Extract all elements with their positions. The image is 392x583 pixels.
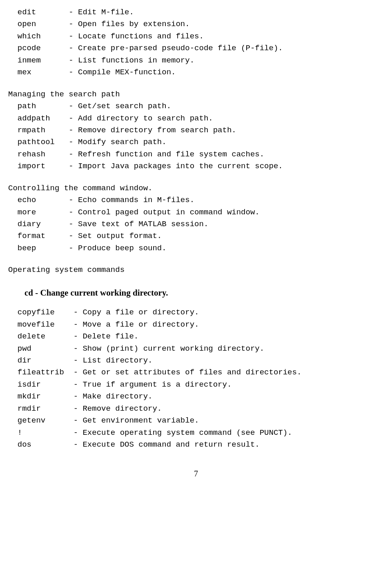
command-row: edit - Edit M-file. bbox=[8, 7, 384, 18]
command-row: addpath - Add directory to search path. bbox=[8, 113, 384, 125]
command-row: format - Set output format. bbox=[8, 230, 384, 242]
command-row: open - Open files by extension. bbox=[8, 18, 384, 30]
command-row: isdir - True if argument is a directory. bbox=[8, 379, 384, 391]
command-row: ! - Execute operating system command (se… bbox=[8, 427, 384, 439]
command-row: fileattrib - Get or set attributes of fi… bbox=[8, 367, 384, 378]
command-row: movefile - Move a file or directory. bbox=[8, 319, 384, 331]
command-row: getenv - Get environment variable. bbox=[8, 415, 384, 427]
command-row: rmdir - Remove directory. bbox=[8, 403, 384, 415]
command-row: beep - Produce beep sound. bbox=[8, 243, 384, 254]
section-header: Managing the search path bbox=[8, 89, 384, 100]
command-row: inmem - List functions in memory. bbox=[8, 55, 384, 67]
command-row: pathtool - Modify search path. bbox=[8, 136, 384, 148]
command-row: echo - Echo commands in M-files. bbox=[8, 194, 384, 206]
page-number: 7 bbox=[8, 467, 384, 480]
command-row: path - Get/set search path. bbox=[8, 100, 384, 112]
command-row: rmpath - Remove directory from search pa… bbox=[8, 125, 384, 136]
command-row: import - Import Java packages into the c… bbox=[8, 160, 384, 172]
section-header: Controlling the command window. bbox=[8, 182, 384, 194]
command-row: delete - Delete file. bbox=[8, 331, 384, 343]
section-header: Operating system commands bbox=[8, 264, 384, 276]
command-row: mkdir - Make directory. bbox=[8, 391, 384, 403]
command-row: diary - Save text of MATLAB session. bbox=[8, 218, 384, 230]
command-row: mex - Compile MEX-function. bbox=[8, 67, 384, 78]
document-body: edit - Edit M-file. open - Open files by… bbox=[8, 7, 384, 451]
command-row: dir - List directory. bbox=[8, 355, 384, 367]
command-row: dos - Execute DOS command and return res… bbox=[8, 439, 384, 451]
subheading-cd: cd - Change current working directory. bbox=[24, 286, 384, 300]
command-row: pcode - Create pre-parsed pseudo-code fi… bbox=[8, 42, 384, 54]
command-row: rehash - Refresh function and file syste… bbox=[8, 149, 384, 160]
command-row: pwd - Show (print) current working direc… bbox=[8, 343, 384, 355]
command-row: copyfile - Copy a file or directory. bbox=[8, 307, 384, 318]
command-row: which - Locate functions and files. bbox=[8, 31, 384, 42]
command-row: more - Control paged output in command w… bbox=[8, 207, 384, 218]
